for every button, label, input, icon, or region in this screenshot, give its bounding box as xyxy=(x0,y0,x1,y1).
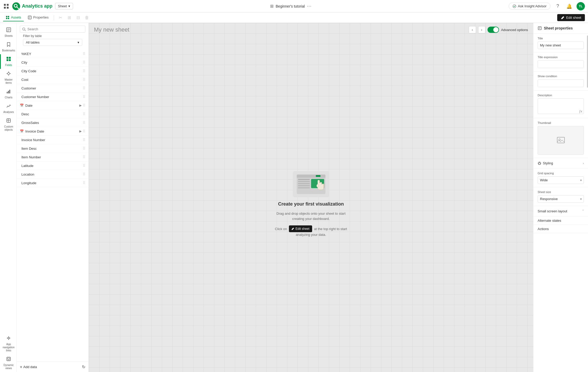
field-item-location[interactable]: Location ⠿ xyxy=(17,170,88,179)
prop-small-screen-expandable[interactable]: Small screen layout ˅ xyxy=(533,206,588,217)
field-name: City Code xyxy=(21,69,36,73)
prop-description-fx[interactable]: ƒx xyxy=(579,110,582,113)
drag-handle-icon[interactable]: ⠿ xyxy=(83,138,85,142)
properties-tab[interactable]: Properties xyxy=(25,14,51,21)
insight-advisor-button[interactable]: Ask Insight Advisor xyxy=(509,3,550,10)
svg-rect-29 xyxy=(7,92,8,93)
drag-handle-icon[interactable]: ⠿ xyxy=(83,164,85,168)
drag-handle-icon[interactable]: ⠿ xyxy=(83,121,85,125)
field-item-key[interactable]: %KEY ⠿ xyxy=(17,50,88,58)
field-item-desc[interactable]: Desc ⠿ xyxy=(17,110,88,118)
advanced-options-toggle-switch[interactable] xyxy=(488,27,499,33)
sidebar-item-bookmarks[interactable]: Bookmarks xyxy=(0,40,17,54)
svg-point-58 xyxy=(538,163,539,164)
prop-styling-expandable[interactable]: Styling › xyxy=(533,158,588,169)
sidebar-item-fields[interactable]: Fields xyxy=(0,54,17,69)
drag-handle-icon[interactable]: ⠿ xyxy=(83,155,85,159)
viz-click-text: Click on xyxy=(275,227,287,231)
prop-title-input[interactable] xyxy=(538,41,584,49)
prop-grid-spacing-select[interactable]: Narrow Medium Wide xyxy=(538,176,584,184)
prop-description-textarea[interactable] xyxy=(538,98,584,114)
nav-prev-button[interactable]: ‹ xyxy=(469,26,476,33)
field-item-date[interactable]: 📅 Date ▶ ⠿ xyxy=(17,101,88,110)
delete-button[interactable]: 🗑 xyxy=(83,14,91,21)
drag-handle-icon[interactable]: ⠿ xyxy=(83,86,85,90)
field-item-latitude[interactable]: Latitude ⠿ xyxy=(17,161,88,170)
svg-rect-42 xyxy=(316,175,320,177)
prop-actions[interactable]: Actions xyxy=(533,225,588,233)
drag-handle-icon[interactable]: ⠿ xyxy=(83,112,85,116)
search-box[interactable] xyxy=(20,26,85,33)
edit-sheet-button[interactable]: Edit sheet xyxy=(557,14,585,21)
assets-tab[interactable]: Assets xyxy=(3,14,24,21)
field-item-cost[interactable]: Cost ⠿ xyxy=(17,75,88,84)
field-item-city[interactable]: City ⠿ xyxy=(17,58,88,67)
app-grid-icon[interactable] xyxy=(3,3,9,9)
field-item-customer-number[interactable]: Customer Number ⠿ xyxy=(17,93,88,101)
prop-sheet-size-select[interactable]: Responsive Custom xyxy=(538,195,584,203)
svg-rect-3 xyxy=(7,7,9,9)
drag-handle-icon[interactable]: ⠿ xyxy=(83,172,85,176)
thumbnail-box[interactable] xyxy=(538,126,584,155)
sidebar-item-app-nav[interactable]: App navigation links xyxy=(0,333,17,354)
drag-handle-icon[interactable]: ⠿ xyxy=(83,146,85,151)
toolbar-divider xyxy=(54,15,54,20)
field-item-invoice-date[interactable]: 📅 Invoice Date ▶ ⠿ xyxy=(17,127,88,136)
more-options-button[interactable]: ··· xyxy=(307,3,312,9)
scroll-indicator[interactable] xyxy=(587,35,588,88)
qlik-logo[interactable]: Analytics app xyxy=(12,2,52,10)
svg-rect-9 xyxy=(6,16,7,17)
field-item-customer[interactable]: Customer ⠿ xyxy=(17,84,88,93)
sidebar-item-dynamic-views[interactable]: Dynamic views xyxy=(0,354,17,372)
expand-arrow-icon[interactable]: ▶ xyxy=(79,104,82,107)
advanced-options-toggle[interactable]: Advanced options xyxy=(488,27,528,33)
sidebar-item-custom-objects[interactable]: Custom objects xyxy=(0,116,17,134)
field-item-longitude[interactable]: Longitude ⠿ xyxy=(17,179,88,187)
prop-alternate-states[interactable]: Alternate states xyxy=(533,217,588,225)
cut-button[interactable]: ✂ xyxy=(57,14,64,21)
all-tables-dropdown[interactable]: All tables ▾ xyxy=(23,39,82,46)
edit-sheet-inline-button[interactable]: Edit sheet xyxy=(289,225,312,232)
field-item-invoice-number[interactable]: Invoice Number ⠿ xyxy=(17,136,88,144)
copy-button[interactable]: ⊞ xyxy=(66,14,73,21)
drag-handle-icon[interactable]: ⠿ xyxy=(83,77,85,82)
prop-thumbnail-label: Thumbnail xyxy=(538,121,584,124)
drag-handle-icon[interactable]: ⠿ xyxy=(83,95,85,99)
master-items-label: Master items xyxy=(2,78,16,85)
prop-title-expr-input[interactable] xyxy=(538,61,584,68)
prop-show-condition-section: Show condition ƒx xyxy=(533,71,588,91)
drag-handle-icon[interactable]: ⠿ xyxy=(83,60,85,64)
field-item-item-desc[interactable]: Item Desc ⠿ xyxy=(17,144,88,153)
sidebar-item-sheets[interactable]: Sheets xyxy=(0,25,17,40)
drag-handle-icon[interactable]: ⠿ xyxy=(83,129,85,133)
drag-handle-icon[interactable]: ⠿ xyxy=(83,69,85,73)
field-item-city-code[interactable]: City Code ⠿ xyxy=(17,67,88,75)
svg-rect-1 xyxy=(7,4,9,6)
search-input[interactable] xyxy=(27,27,83,31)
drag-handle-icon[interactable]: ⠿ xyxy=(83,52,85,56)
field-item-item-number[interactable]: Item Number ⠿ xyxy=(17,153,88,161)
sidebar-item-analyses[interactable]: Analyses xyxy=(0,101,17,116)
prop-show-condition-input[interactable] xyxy=(538,80,584,87)
drag-handle-icon[interactable]: ⠿ xyxy=(83,103,85,107)
notifications-button[interactable]: 🔔 xyxy=(565,2,573,10)
viz-subtitle: Drag and drop objects onto your sheet to… xyxy=(275,211,348,221)
field-item-grosssales[interactable]: GrossSales ⠿ xyxy=(17,118,88,127)
canvas-grid: My new sheet ‹ › Advanced options xyxy=(89,23,533,372)
sheet-dropdown[interactable]: Sheet ▾ xyxy=(55,3,73,9)
app-name: Analytics app xyxy=(22,3,52,9)
sidebar-item-charts[interactable]: Charts xyxy=(0,87,17,101)
add-data-button[interactable]: + Add data xyxy=(20,365,37,369)
insight-icon xyxy=(513,4,516,8)
sidebar-item-master-items[interactable]: Master items xyxy=(0,69,17,87)
help-button[interactable]: ? xyxy=(554,2,562,10)
svg-point-56 xyxy=(539,162,540,163)
nav-next-button[interactable]: › xyxy=(478,26,485,33)
paste-button[interactable]: ⊟ xyxy=(74,14,82,21)
drag-handle-icon[interactable]: ⠿ xyxy=(83,181,85,185)
refresh-button[interactable]: ↻ xyxy=(82,364,85,369)
user-avatar[interactable]: TL xyxy=(577,2,585,10)
viz-icon-wrapper xyxy=(293,171,329,197)
expand-arrow-icon[interactable]: ▶ xyxy=(79,129,82,133)
prop-sheet-size-wrapper: Responsive Custom ▾ xyxy=(538,195,584,203)
